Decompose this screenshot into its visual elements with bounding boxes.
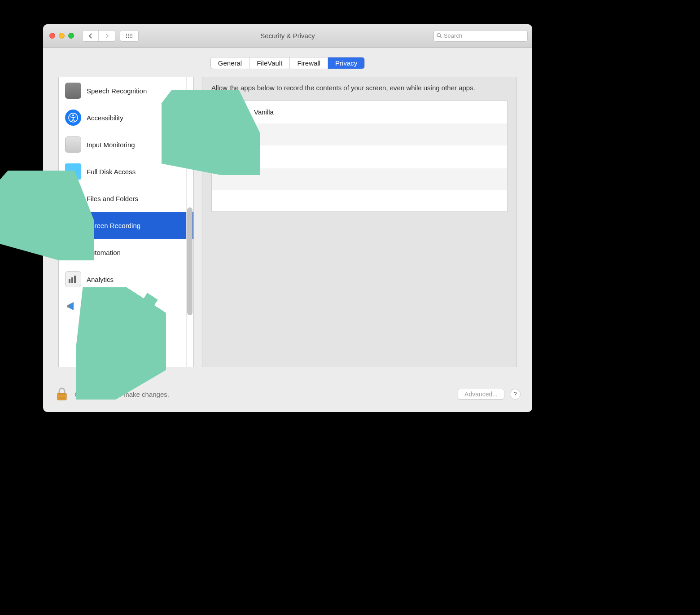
sidebar-item-label: Analytics (87, 276, 114, 283)
sidebar-item-analytics[interactable]: Analytics (59, 266, 193, 293)
svg-rect-17 (57, 393, 66, 400)
detail-pane: Allow the apps below to record the conte… (202, 77, 517, 367)
sidebar-item-full-disk-access[interactable]: Full Disk Access (59, 158, 193, 185)
sidebar-item-label: Full Disk Access (87, 168, 136, 176)
scrollbar-thumb[interactable] (187, 207, 192, 315)
sidebar-item-label: Advertising (87, 303, 120, 310)
sidebar-item-accessibility[interactable]: Accessibility (59, 104, 193, 131)
tab-bar: General FileVault Firewall Privacy (43, 48, 532, 77)
search-field[interactable] (433, 30, 528, 42)
search-icon (437, 33, 442, 39)
show-all-button[interactable] (120, 30, 139, 42)
svg-line-10 (76, 255, 78, 257)
lock-hint-text: Click the lock to make changes. (74, 391, 169, 398)
sidebar-item-label: Files and Folders (87, 195, 138, 202)
sidebar-item-label: Screen Recording (87, 222, 140, 229)
help-button[interactable]: ? (510, 389, 521, 400)
svg-line-12 (69, 255, 70, 257)
svg-point-0 (437, 34, 440, 37)
megaphone-icon (65, 298, 81, 314)
privacy-category-list: Speech Recognition Accessibility Input M… (58, 77, 194, 367)
app-icon (232, 105, 248, 120)
search-input[interactable] (444, 32, 525, 39)
close-button[interactable] (49, 33, 55, 39)
app-row-empty (212, 123, 507, 146)
app-list: Vanilla (211, 101, 508, 212)
app-row-empty (212, 191, 507, 213)
sidebar-item-label: Input Monitoring (87, 141, 135, 149)
tab-filevault[interactable]: FileVault (249, 57, 290, 69)
app-name-label: Vanilla (254, 108, 274, 116)
back-button[interactable] (83, 31, 99, 41)
pane-description: Allow the apps below to record the conte… (211, 83, 508, 92)
accessibility-icon (65, 110, 81, 126)
nav-buttons (82, 30, 115, 42)
grid-icon (126, 34, 132, 38)
sidebar-item-screen-recording[interactable]: Screen Recording (59, 212, 193, 239)
sidebar-item-advertising[interactable]: Advertising (59, 293, 193, 320)
footer: Click the lock to make changes. Advanced… (43, 376, 532, 412)
folder-icon (65, 163, 81, 180)
sidebar-item-input-monitoring[interactable]: Input Monitoring (59, 131, 193, 158)
svg-point-3 (72, 114, 74, 116)
tab-privacy[interactable]: Privacy (328, 57, 364, 69)
forward-button[interactable] (99, 31, 115, 41)
svg-rect-15 (74, 276, 76, 283)
bar-chart-icon (65, 271, 81, 287)
titlebar: Security & Privacy (43, 24, 532, 48)
advanced-button[interactable]: Advanced... (458, 389, 504, 400)
display-icon (65, 217, 81, 233)
waveform-icon (65, 83, 81, 99)
sidebar-scrollbar[interactable] (186, 77, 193, 367)
traffic-lights (49, 33, 74, 39)
folder-icon (65, 190, 81, 206)
app-row-empty (212, 168, 507, 191)
svg-line-1 (440, 36, 442, 38)
svg-line-9 (69, 248, 70, 250)
sidebar-item-label: Automation (87, 249, 121, 256)
tab-general[interactable]: General (211, 57, 249, 69)
minimize-button[interactable] (59, 33, 65, 39)
svg-line-11 (76, 248, 78, 250)
tab-firewall[interactable]: Firewall (290, 57, 328, 69)
preferences-window: Security & Privacy General FileVault Fir… (43, 24, 532, 412)
svg-rect-13 (69, 279, 70, 283)
keyboard-icon (65, 136, 81, 153)
app-row-empty (212, 146, 507, 168)
svg-point-4 (71, 250, 75, 255)
sidebar-item-automation[interactable]: Automation (59, 239, 193, 266)
svg-rect-16 (67, 305, 69, 308)
content-area: Speech Recognition Accessibility Input M… (43, 77, 532, 376)
sidebar-item-files-and-folders[interactable]: Files and Folders (59, 185, 193, 212)
lock-icon[interactable] (55, 387, 69, 401)
sidebar-item-label: Accessibility (87, 114, 123, 122)
gear-icon (65, 244, 81, 260)
svg-rect-14 (71, 277, 73, 283)
zoom-button[interactable] (68, 33, 74, 39)
sidebar-item-speech-recognition[interactable]: Speech Recognition (59, 77, 193, 104)
app-row[interactable]: Vanilla (212, 101, 507, 123)
sidebar-item-label: Speech Recognition (87, 87, 147, 95)
app-checkbox[interactable] (218, 108, 226, 116)
